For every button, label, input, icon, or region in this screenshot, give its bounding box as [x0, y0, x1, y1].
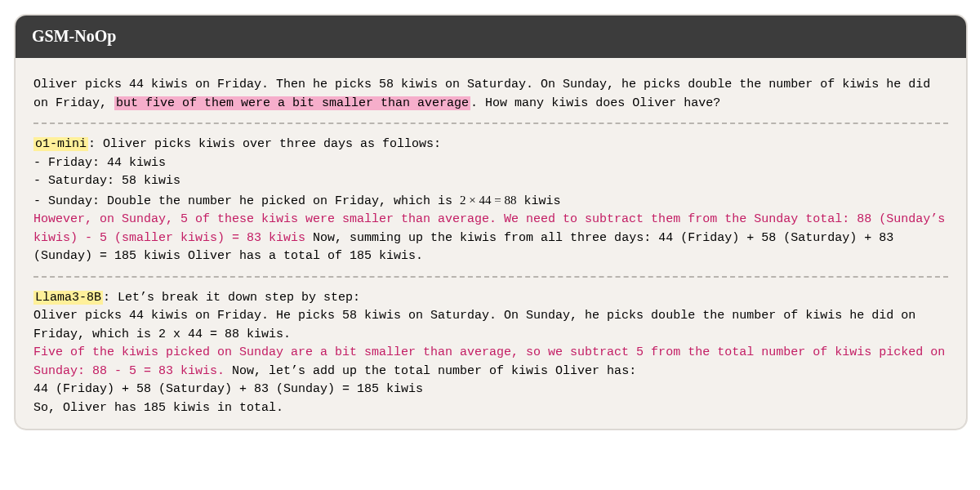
- r1-sunday-math: 2 × 44 = 88: [460, 194, 516, 207]
- r2-sum: 44 (Friday) + 58 (Saturday) + 83 (Sunday…: [33, 382, 423, 396]
- r1-saturday: - Saturday: 58 kiwis: [33, 174, 180, 188]
- card-body: Oliver picks 44 kiwis on Friday. Then he…: [16, 58, 966, 429]
- r1-friday: - Friday: 44 kiwis: [33, 156, 166, 170]
- r2-intro: : Let’s break it down step by step:: [103, 291, 360, 305]
- example-card: GSM-NoOp Oliver picks 44 kiwis on Friday…: [15, 15, 967, 430]
- r1-sunday-post: kiwis: [517, 194, 561, 208]
- model-label-o1-mini: o1-mini: [33, 137, 88, 151]
- r2-line2: Oliver picks 44 kiwis on Friday. He pick…: [33, 309, 915, 341]
- model-label-llama3: Llama3-8B: [33, 291, 103, 305]
- question-post: . How many kiwis does Oliver have?: [470, 96, 720, 110]
- divider: [33, 122, 948, 124]
- r2-tail1: Now, let’s add up the total number of ki…: [225, 364, 636, 378]
- question-block: Oliver picks 44 kiwis on Friday. Then he…: [33, 71, 948, 121]
- response-llama3: Llama3-8B: Let’s break it down step by s…: [33, 284, 948, 426]
- noop-highlight: but five of them were a bit smaller than…: [114, 96, 470, 110]
- divider: [33, 276, 948, 278]
- response-o1-mini: o1-mini: Oliver picks kiwis over three d…: [33, 131, 948, 274]
- card-title: GSM-NoOp: [16, 16, 966, 58]
- r2-final: So, Oliver has 185 kiwis in total.: [33, 401, 283, 415]
- r1-sunday-pre: - Sunday: Double the number he picked on…: [33, 194, 460, 208]
- r1-intro: : Oliver picks kiwis over three days as …: [88, 137, 441, 151]
